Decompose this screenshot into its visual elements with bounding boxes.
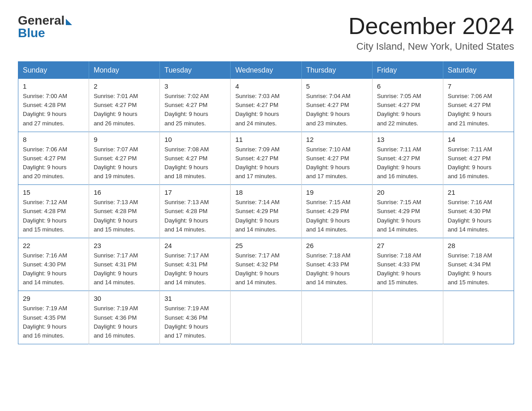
calendar-cell <box>372 291 443 344</box>
day-number: 9 <box>94 136 155 143</box>
week-row-1: 1Sunrise: 7:00 AMSunset: 4:28 PMDaylight… <box>18 79 514 132</box>
day-info: Sunrise: 7:19 AMSunset: 4:35 PMDaylight:… <box>23 304 84 340</box>
day-info: Sunrise: 7:07 AMSunset: 4:27 PMDaylight:… <box>94 145 155 181</box>
day-number: 1 <box>23 82 84 90</box>
calendar-cell: 19Sunrise: 7:15 AMSunset: 4:29 PMDayligh… <box>301 185 372 238</box>
week-row-3: 15Sunrise: 7:12 AMSunset: 4:28 PMDayligh… <box>18 185 514 238</box>
weekday-sunday: Sunday <box>18 62 89 79</box>
day-info: Sunrise: 7:11 AMSunset: 4:27 PMDaylight:… <box>448 145 509 181</box>
day-number: 22 <box>23 242 84 249</box>
logo-blue-text: Blue <box>18 26 45 40</box>
day-number: 21 <box>448 188 509 196</box>
calendar-cell: 1Sunrise: 7:00 AMSunset: 4:28 PMDaylight… <box>18 79 89 132</box>
day-info: Sunrise: 7:08 AMSunset: 4:27 PMDaylight:… <box>164 145 226 181</box>
day-info: Sunrise: 7:16 AMSunset: 4:30 PMDaylight:… <box>448 198 509 234</box>
day-info: Sunrise: 7:17 AMSunset: 4:32 PMDaylight:… <box>235 251 296 287</box>
day-number: 14 <box>448 136 509 143</box>
day-info: Sunrise: 7:18 AMSunset: 4:33 PMDaylight:… <box>306 251 368 287</box>
day-info: Sunrise: 7:09 AMSunset: 4:27 PMDaylight:… <box>235 145 296 181</box>
week-row-4: 22Sunrise: 7:16 AMSunset: 4:30 PMDayligh… <box>18 238 514 291</box>
calendar-cell <box>443 291 514 344</box>
weekday-wednesday: Wednesday <box>231 62 301 79</box>
day-info: Sunrise: 7:19 AMSunset: 4:36 PMDaylight:… <box>164 304 226 340</box>
day-number: 3 <box>164 82 226 90</box>
calendar-body: 1Sunrise: 7:00 AMSunset: 4:28 PMDaylight… <box>18 79 514 344</box>
weekday-saturday: Saturday <box>443 62 514 79</box>
day-number: 11 <box>235 136 296 143</box>
weekday-monday: Monday <box>89 62 160 79</box>
day-number: 30 <box>94 295 155 302</box>
day-number: 31 <box>164 295 226 302</box>
day-number: 16 <box>94 188 155 196</box>
main-title: December 2024 <box>348 13 514 39</box>
day-number: 29 <box>23 295 84 302</box>
calendar-cell: 16Sunrise: 7:13 AMSunset: 4:28 PMDayligh… <box>89 185 160 238</box>
day-number: 7 <box>448 82 509 90</box>
day-info: Sunrise: 7:05 AMSunset: 4:27 PMDaylight:… <box>377 92 438 128</box>
day-number: 8 <box>23 136 84 143</box>
day-info: Sunrise: 7:14 AMSunset: 4:29 PMDaylight:… <box>235 198 296 234</box>
day-number: 23 <box>94 242 155 249</box>
calendar-cell: 7Sunrise: 7:06 AMSunset: 4:27 PMDaylight… <box>443 79 514 132</box>
day-number: 10 <box>164 136 226 143</box>
day-info: Sunrise: 7:04 AMSunset: 4:27 PMDaylight:… <box>306 92 368 128</box>
calendar-cell: 12Sunrise: 7:10 AMSunset: 4:27 PMDayligh… <box>301 132 372 185</box>
day-number: 28 <box>448 242 509 249</box>
logo-triangle-icon <box>66 19 72 25</box>
calendar-cell: 9Sunrise: 7:07 AMSunset: 4:27 PMDaylight… <box>89 132 160 185</box>
day-info: Sunrise: 7:10 AMSunset: 4:27 PMDaylight:… <box>306 145 368 181</box>
day-number: 26 <box>306 242 368 249</box>
title-block: December 2024 City Island, New York, Uni… <box>348 13 514 52</box>
calendar-cell: 3Sunrise: 7:02 AMSunset: 4:27 PMDaylight… <box>160 79 231 132</box>
day-info: Sunrise: 7:11 AMSunset: 4:27 PMDaylight:… <box>377 145 438 181</box>
day-info: Sunrise: 7:00 AMSunset: 4:28 PMDaylight:… <box>23 92 84 128</box>
day-info: Sunrise: 7:19 AMSunset: 4:36 PMDaylight:… <box>94 304 155 340</box>
calendar-cell: 23Sunrise: 7:17 AMSunset: 4:31 PMDayligh… <box>89 238 160 291</box>
calendar-cell: 13Sunrise: 7:11 AMSunset: 4:27 PMDayligh… <box>372 132 443 185</box>
weekday-thursday: Thursday <box>301 62 372 79</box>
page-header: General Blue December 2024 City Island, … <box>18 13 514 52</box>
day-number: 20 <box>377 188 438 196</box>
calendar-cell: 21Sunrise: 7:16 AMSunset: 4:30 PMDayligh… <box>443 185 514 238</box>
calendar-cell: 8Sunrise: 7:06 AMSunset: 4:27 PMDaylight… <box>18 132 89 185</box>
day-number: 12 <box>306 136 368 143</box>
day-number: 25 <box>235 242 296 249</box>
day-info: Sunrise: 7:17 AMSunset: 4:31 PMDaylight:… <box>94 251 155 287</box>
calendar-header: SundayMondayTuesdayWednesdayThursdayFrid… <box>18 62 514 79</box>
day-number: 2 <box>94 82 155 90</box>
day-info: Sunrise: 7:12 AMSunset: 4:28 PMDaylight:… <box>23 198 84 234</box>
calendar-cell: 27Sunrise: 7:18 AMSunset: 4:33 PMDayligh… <box>372 238 443 291</box>
day-number: 13 <box>377 136 438 143</box>
calendar-cell: 31Sunrise: 7:19 AMSunset: 4:36 PMDayligh… <box>160 291 231 344</box>
calendar-cell: 18Sunrise: 7:14 AMSunset: 4:29 PMDayligh… <box>231 185 301 238</box>
day-number: 15 <box>23 188 84 196</box>
calendar-cell <box>231 291 301 344</box>
subtitle: City Island, New York, United States <box>348 41 514 52</box>
calendar-cell: 10Sunrise: 7:08 AMSunset: 4:27 PMDayligh… <box>160 132 231 185</box>
calendar-cell: 24Sunrise: 7:17 AMSunset: 4:31 PMDayligh… <box>160 238 231 291</box>
calendar-cell: 26Sunrise: 7:18 AMSunset: 4:33 PMDayligh… <box>301 238 372 291</box>
day-number: 24 <box>164 242 226 249</box>
day-info: Sunrise: 7:13 AMSunset: 4:28 PMDaylight:… <box>164 198 226 234</box>
weekday-friday: Friday <box>372 62 443 79</box>
calendar-cell: 2Sunrise: 7:01 AMSunset: 4:27 PMDaylight… <box>89 79 160 132</box>
day-info: Sunrise: 7:15 AMSunset: 4:29 PMDaylight:… <box>306 198 368 234</box>
calendar-cell: 14Sunrise: 7:11 AMSunset: 4:27 PMDayligh… <box>443 132 514 185</box>
calendar-cell: 20Sunrise: 7:15 AMSunset: 4:29 PMDayligh… <box>372 185 443 238</box>
day-number: 6 <box>377 82 438 90</box>
calendar-cell: 11Sunrise: 7:09 AMSunset: 4:27 PMDayligh… <box>231 132 301 185</box>
day-info: Sunrise: 7:15 AMSunset: 4:29 PMDaylight:… <box>377 198 438 234</box>
day-info: Sunrise: 7:18 AMSunset: 4:34 PMDaylight:… <box>448 251 509 287</box>
day-number: 17 <box>164 188 226 196</box>
calendar-table: SundayMondayTuesdayWednesdayThursdayFrid… <box>18 61 514 344</box>
day-info: Sunrise: 7:16 AMSunset: 4:30 PMDaylight:… <box>23 251 84 287</box>
calendar-cell <box>301 291 372 344</box>
day-info: Sunrise: 7:13 AMSunset: 4:28 PMDaylight:… <box>94 198 155 234</box>
calendar-cell: 5Sunrise: 7:04 AMSunset: 4:27 PMDaylight… <box>301 79 372 132</box>
weekday-tuesday: Tuesday <box>160 62 231 79</box>
day-info: Sunrise: 7:18 AMSunset: 4:33 PMDaylight:… <box>377 251 438 287</box>
calendar-cell: 30Sunrise: 7:19 AMSunset: 4:36 PMDayligh… <box>89 291 160 344</box>
calendar-cell: 4Sunrise: 7:03 AMSunset: 4:27 PMDaylight… <box>231 79 301 132</box>
calendar-cell: 6Sunrise: 7:05 AMSunset: 4:27 PMDaylight… <box>372 79 443 132</box>
calendar-cell: 22Sunrise: 7:16 AMSunset: 4:30 PMDayligh… <box>18 238 89 291</box>
